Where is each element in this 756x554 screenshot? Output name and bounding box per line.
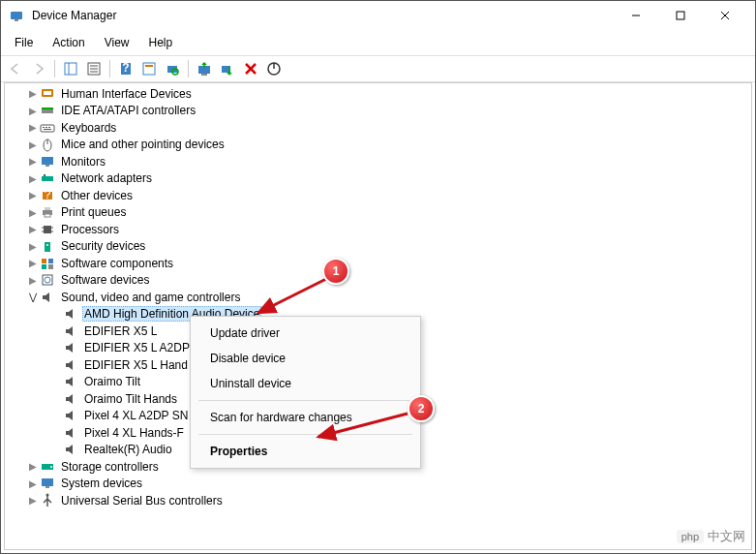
speaker-icon (63, 442, 78, 457)
node-label: Monitors (59, 154, 107, 169)
chevron-right-icon[interactable]: ▶ (26, 106, 40, 116)
minimize-button[interactable] (614, 1, 658, 30)
chevron-right-icon[interactable]: ▶ (26, 173, 40, 184)
chevron-right-icon[interactable]: ▶ (26, 241, 40, 252)
context-menu-uninstall-device[interactable]: Uninstall device (191, 371, 420, 396)
annotation-marker-2: 2 (408, 395, 435, 422)
svg-point-59 (46, 493, 49, 496)
tree-node-system[interactable]: ▶ System devices (11, 476, 751, 493)
close-button[interactable] (703, 1, 747, 30)
chevron-right-icon[interactable]: ▶ (26, 88, 40, 99)
tree-node-softcomp[interactable]: ▶ Software components (11, 255, 751, 272)
node-label: Universal Serial Bus controllers (59, 493, 225, 508)
context-menu-separator (198, 400, 412, 401)
update-driver-button[interactable] (194, 58, 215, 79)
menu-bar: File Action View Help (1, 30, 755, 55)
marker-label: 1 (333, 264, 340, 278)
svg-rect-35 (42, 176, 53, 181)
chevron-right-icon[interactable]: ▶ (26, 258, 40, 268)
svg-point-54 (45, 277, 50, 283)
properties-button[interactable] (83, 58, 105, 79)
menu-view[interactable]: View (95, 32, 139, 53)
speaker-icon (63, 374, 78, 389)
tree-node-network[interactable]: ▶ Network adapters (11, 170, 751, 188)
svg-rect-52 (48, 264, 53, 269)
chevron-right-icon[interactable]: ▶ (26, 122, 40, 133)
tree-node-hid[interactable]: ▶ Human Interface Devices (11, 85, 751, 103)
node-label: IDE ATA/ATAPI controllers (59, 103, 197, 118)
tree-node-softdev[interactable]: ▶ Software devices (11, 272, 751, 290)
toolbar-separator (188, 60, 189, 77)
speaker-icon (63, 323, 78, 339)
menu-file[interactable]: File (5, 32, 43, 53)
chevron-right-icon[interactable]: ▶ (26, 207, 40, 218)
tree-node-security[interactable]: ▶ Security devices (11, 238, 751, 256)
other-devices-icon: ? (40, 188, 55, 203)
svg-text:?: ? (45, 188, 51, 201)
svg-rect-51 (42, 264, 46, 269)
maximize-button[interactable] (658, 1, 703, 30)
printer-icon (40, 204, 55, 220)
node-label: System devices (59, 476, 144, 491)
chevron-down-icon[interactable]: ⋁ (26, 292, 40, 302)
tree-node-printq[interactable]: ▶ Print queues (11, 204, 751, 222)
help-button[interactable]: ? (115, 58, 136, 79)
tree-node-other[interactable]: ▶ ? Other devices (11, 187, 751, 204)
svg-rect-34 (45, 165, 49, 167)
tree-node-usb[interactable]: ▶ Universal Serial Bus controllers (11, 492, 751, 509)
toolbar-separator (109, 60, 110, 77)
toolbar: ? (1, 55, 755, 82)
uninstall-device-button[interactable] (240, 58, 261, 79)
menu-action[interactable]: Action (43, 32, 94, 53)
svg-rect-27 (43, 127, 45, 128)
chevron-right-icon[interactable]: ▶ (26, 275, 40, 286)
device-manager-window: Device Manager File Action View Help ? (0, 0, 756, 554)
watermark: php 中文网 (677, 528, 745, 545)
watermark-box: php (677, 530, 704, 543)
svg-rect-40 (45, 207, 50, 210)
tree-node-mice[interactable]: ▶ Mice and other pointing devices (11, 137, 751, 154)
menu-help[interactable]: Help (139, 32, 183, 53)
svg-point-56 (50, 466, 52, 468)
tree-node-sound[interactable]: ⋁ Sound, video and game controllers (11, 289, 751, 306)
tree-node-keyboards[interactable]: ▶ Keyboards (11, 119, 751, 137)
watermark-text: 中文网 (708, 528, 745, 545)
context-menu-properties[interactable]: Properties (191, 439, 420, 464)
context-menu-scan-hardware[interactable]: Scan for hardware changes (191, 405, 420, 430)
chevron-right-icon[interactable]: ▶ (26, 461, 40, 472)
app-icon (9, 8, 24, 23)
node-label: Pixel 4 XL Hands-F (82, 425, 186, 441)
toolbar-separator (54, 60, 55, 77)
svg-rect-6 (65, 63, 76, 75)
chevron-right-icon[interactable]: ▶ (26, 139, 40, 150)
window-title: Device Manager (32, 9, 614, 22)
chevron-right-icon[interactable]: ▶ (26, 495, 40, 506)
show-hide-console-button[interactable] (60, 58, 81, 79)
tree-node-ide[interactable]: ▶ IDE ATA/ATAPI controllers (11, 103, 751, 120)
chevron-right-icon[interactable]: ▶ (26, 190, 40, 200)
svg-rect-57 (42, 478, 53, 486)
context-menu-update-driver[interactable]: Update driver (191, 321, 420, 346)
svg-rect-23 (44, 91, 51, 95)
node-label: Pixel 4 XL A2DP SN (82, 408, 190, 423)
chevron-right-icon[interactable]: ▶ (26, 478, 40, 489)
hid-icon (40, 86, 55, 102)
context-menu: Update driver Disable device Uninstall d… (190, 316, 421, 469)
software-devices-icon (40, 272, 55, 288)
tree-node-monitors[interactable]: ▶ Monitors (11, 153, 751, 170)
svg-rect-30 (44, 129, 51, 130)
svg-rect-26 (41, 125, 54, 132)
action-button[interactable] (138, 58, 160, 79)
context-menu-disable-device[interactable]: Disable device (191, 346, 420, 371)
window-controls (614, 1, 747, 30)
tree-node-processors[interactable]: ▶ Processors (11, 221, 751, 238)
back-button[interactable] (5, 58, 26, 79)
svg-rect-33 (42, 157, 53, 165)
enable-device-button[interactable] (263, 58, 285, 79)
disable-device-button[interactable] (217, 58, 238, 79)
chevron-right-icon[interactable]: ▶ (26, 156, 40, 167)
forward-button[interactable] (28, 58, 49, 79)
chevron-right-icon[interactable]: ▶ (26, 224, 40, 234)
node-label: Storage controllers (59, 459, 161, 475)
scan-hardware-button[interactable] (162, 58, 183, 79)
